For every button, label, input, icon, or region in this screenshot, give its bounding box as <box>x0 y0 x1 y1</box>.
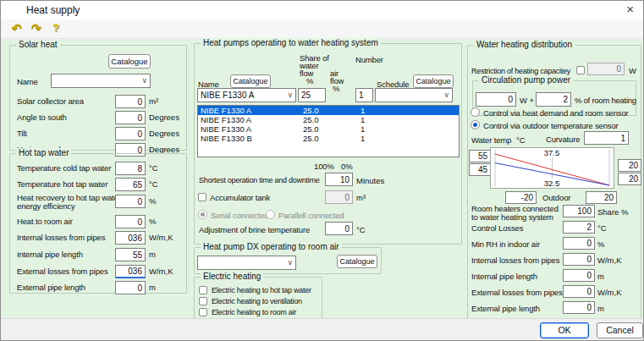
accumulator-volume-input <box>325 190 353 204</box>
field-unit: % <box>149 217 156 226</box>
field-row: Control Losses °C <box>468 221 641 234</box>
water-temp-right-low-input[interactable] <box>618 173 641 185</box>
internal-losses-pipes-input[interactable] <box>115 231 146 245</box>
solar-name-combobox[interactable]: ∨ <box>51 74 151 88</box>
field-label: Heat to room air <box>17 217 73 226</box>
room-heaters-share-input[interactable] <box>563 205 595 217</box>
dx-combobox[interactable]: ∨ <box>197 256 296 270</box>
brine-temperature-input[interactable] <box>325 222 353 235</box>
control-losses-input[interactable] <box>563 221 595 234</box>
temp-hot-tap-water-input[interactable] <box>115 178 146 191</box>
field-row: Internal pipe length m <box>10 248 186 261</box>
circulation-watts-input[interactable] <box>476 92 516 107</box>
solar-heat-group-title: Solar heat <box>16 40 60 49</box>
field-row: External losses from pipes W/m,K <box>468 285 641 299</box>
serial-connected-radio[interactable] <box>198 210 207 219</box>
electric-hot-tap-water-checkbox[interactable] <box>199 286 207 294</box>
water-temp-low-input[interactable] <box>469 163 491 176</box>
water-temp-right-high-input[interactable] <box>618 159 641 172</box>
field-row: Angle to south Degrees <box>10 111 186 124</box>
parallel-connected-radio[interactable] <box>266 210 275 219</box>
field-unit: W/m,K <box>149 233 173 242</box>
water-temp-unit: °C <box>516 135 526 145</box>
heat-recovery-input[interactable] <box>115 195 146 208</box>
hp-name-combobox[interactable]: NIBE F1330 A ∨ <box>197 88 296 102</box>
shortest-operation-label: Shortest operation time and downtime <box>199 176 320 184</box>
air-flow-header: air flow % <box>330 69 344 92</box>
control-room-sensor-radio[interactable] <box>471 107 480 117</box>
hp-catalogue-button[interactable]: Catalogue <box>230 74 271 88</box>
redo-icon[interactable]: ↷ <box>31 21 41 35</box>
external-losses-pipes-input[interactable] <box>115 265 146 278</box>
close-icon[interactable]: × <box>626 2 634 16</box>
schedule-catalogue-button[interactable]: Catalogue <box>413 74 454 88</box>
angle-to-south-input[interactable] <box>115 111 146 124</box>
tilt-input[interactable] <box>115 127 146 140</box>
accumulator-unit: m³ <box>356 193 366 202</box>
solar-collector-area-input[interactable] <box>115 95 146 108</box>
min-rh-input[interactable] <box>563 237 595 250</box>
field-unit: W/m,K <box>149 267 173 276</box>
circulation-percent-unit: % of room heating <box>575 96 636 105</box>
curvature-input[interactable] <box>584 131 629 145</box>
internal-pipe-length-input[interactable] <box>115 248 146 261</box>
electric-room-air-checkbox[interactable] <box>199 308 207 316</box>
dx-catalogue-button[interactable]: Catalogue <box>337 255 377 268</box>
outdoor-min-input[interactable] <box>505 191 537 204</box>
accumulator-tank-checkbox[interactable] <box>198 193 206 201</box>
field-label: External pipe length <box>17 283 85 292</box>
field-unit: m <box>149 283 156 292</box>
title-bar: Heat supply × <box>1 1 643 19</box>
dist-external-losses-input[interactable] <box>563 285 595 298</box>
heat-pump-row[interactable]: NIBE F1330 A 25.0 1 <box>198 106 459 115</box>
solar-catalogue-button[interactable]: Catalogue <box>108 54 151 69</box>
field-unit: W/m,K <box>597 256 622 265</box>
field-unit: Share % <box>597 207 628 217</box>
heat-pump-row[interactable]: NIBE F1330 B 25.0 1 <box>198 134 459 143</box>
heat-to-room-air-input[interactable] <box>115 215 146 228</box>
heat-supply-dialog: Heat supply × ↶ ↷ ? Solar heat Catalogue… <box>0 0 644 341</box>
restriction-unit: W <box>629 66 636 75</box>
temp-cold-tap-water-input[interactable] <box>115 162 146 175</box>
shortest-operation-input[interactable] <box>325 173 353 186</box>
field-unit: m² <box>149 96 158 106</box>
circulation-percent-input[interactable] <box>536 92 571 107</box>
number-input[interactable] <box>355 88 373 102</box>
schedule-combobox[interactable]: ∨ <box>375 88 453 102</box>
heat-pump-row[interactable]: NIBE F1330 A 25.0 1 <box>198 115 459 124</box>
field-row: External pipe length m <box>10 281 186 294</box>
field-label: Heat recovery to hot tap waterenergy eff… <box>17 194 121 211</box>
restriction-label: Restriction of heating capacitey <box>471 67 570 75</box>
control-outdoor-sensor-label: Control via outdoor temperature sensor <box>483 121 619 130</box>
share-water-flow-header: Share of water flow % <box>300 54 329 85</box>
field-row: Min RH in indoor air % <box>468 237 641 250</box>
help-icon[interactable]: ? <box>52 21 59 34</box>
field-unit: % <box>597 239 604 249</box>
serial-connected-label: Serial connected <box>211 211 268 220</box>
dist-internal-pipe-length-input[interactable] <box>563 269 595 282</box>
dist-external-pipe-length-input[interactable] <box>563 301 595 314</box>
ok-button[interactable]: OK <box>540 322 589 338</box>
brine-temperature-label: Adjustment of brine temperature <box>199 225 310 234</box>
electric-hot-tap-water-label: Electric heating to hot tap water <box>212 286 311 294</box>
chevron-down-icon: ∨ <box>287 91 293 99</box>
field-label: External losses from pipes <box>17 267 108 276</box>
field-label: Angle to south <box>17 113 67 122</box>
cancel-button[interactable]: Cancel <box>597 322 643 338</box>
field-unit: °C <box>149 179 158 189</box>
window-title: Heat supply <box>26 4 80 16</box>
control-outdoor-sensor-radio[interactable] <box>471 120 480 129</box>
undo-icon[interactable]: ↶ <box>12 21 22 35</box>
field-unit: % <box>149 196 156 206</box>
outdoor-max-input[interactable] <box>586 191 617 204</box>
field-label: Internal losses from pipes <box>471 256 559 265</box>
external-pipe-length-input[interactable] <box>115 281 146 294</box>
share-water-flow-input[interactable] <box>298 88 326 102</box>
heat-pumps-group: Heat pumps operating to water heating sy… <box>194 43 462 245</box>
heat-pump-row[interactable]: NIBE F1330 A 25.0 1 <box>198 124 459 134</box>
control-room-sensor-label: Control via heat demand and room sensor <box>483 108 629 118</box>
dist-internal-losses-input[interactable] <box>563 253 595 266</box>
water-temp-high-input[interactable] <box>469 150 491 162</box>
electric-ventilation-checkbox[interactable] <box>199 297 207 305</box>
restriction-checkbox[interactable] <box>576 66 585 74</box>
